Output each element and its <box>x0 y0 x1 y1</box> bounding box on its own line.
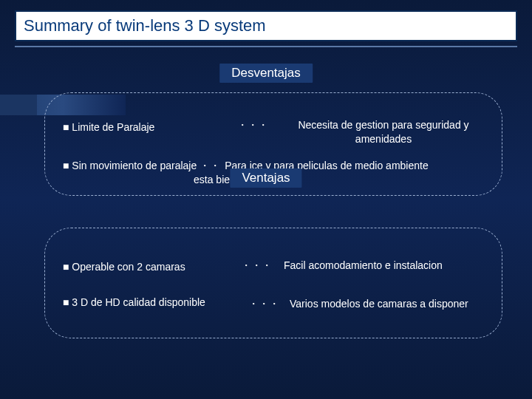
d1-dots: ・・・ <box>233 118 273 146</box>
d2-lhs: ■ Sin movimiento de paralaje <box>63 159 197 173</box>
row-a2-right: ・・・ Varios modelos de camaras a disponer <box>244 297 468 311</box>
row-a1: ■ Operable con 2 camaras <box>63 260 185 274</box>
a1-dots: ・・・ <box>236 259 276 273</box>
a2-rhs: Varios modelos de camaras a disponer <box>284 297 468 311</box>
row-d1-right: ・・・ Necesita de gestion para seguridad y… <box>233 118 494 146</box>
section-label-disadvantages-text: Desventajas <box>231 66 301 80</box>
section-label-advantages-text: Ventajas <box>242 171 290 185</box>
a2-dots: ・・・ <box>244 297 284 311</box>
section-label-advantages: Ventajas <box>230 168 301 188</box>
d2-dots: ・・ <box>197 159 225 173</box>
a2-lhs: ■ 3 D de HD calidad disponible <box>63 296 205 310</box>
row-a2: ■ 3 D de HD calidad disponible <box>63 296 205 310</box>
d1-rhs: Necesita de gestion para seguridad y ame… <box>273 118 494 146</box>
bubble-advantages <box>44 228 502 338</box>
band-cap <box>0 95 37 115</box>
section-label-disadvantages: Desventajas <box>219 64 313 83</box>
slide-title-text: Summary of twin-lens 3 D system <box>24 16 266 35</box>
slide-title: Summary of twin-lens 3 D system <box>15 10 517 41</box>
row-a1-right: ・・・ Facil acomodamiento e instalacion <box>236 259 443 273</box>
d1-lhs: ■ Limite de Paralaje <box>63 120 154 134</box>
a1-lhs: ■ Operable con 2 camaras <box>63 260 185 274</box>
row-d1: ■ Limite de Paralaje <box>63 120 154 134</box>
a1-rhs: Facil acomodamiento e instalacion <box>276 259 443 273</box>
title-divider <box>15 46 517 47</box>
